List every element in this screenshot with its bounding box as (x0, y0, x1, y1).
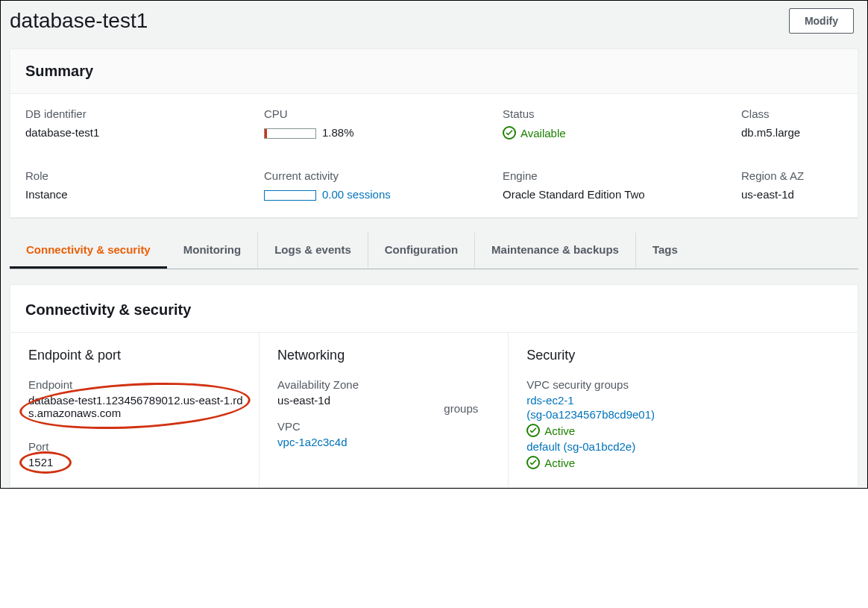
endpoint-value: database-test1.123456789012.us-east-1.rd… (28, 394, 244, 419)
endpoint-port-heading: Endpoint & port (28, 348, 244, 363)
networking-heading: Networking (277, 348, 359, 363)
connsec-heading: Connectivity & security (10, 285, 858, 332)
cpu-value: 1.88% (264, 126, 473, 139)
status-value: Available (503, 126, 566, 140)
class-label: Class (741, 107, 843, 120)
sg-2-status: Active (526, 456, 575, 469)
check-circle-icon (526, 456, 540, 469)
class-value: db.m5.large (741, 126, 843, 139)
tab-logs-events[interactable]: Logs & events (258, 233, 368, 269)
cpu-label: CPU (264, 107, 473, 120)
db-identifier-label: DB identifier (25, 107, 234, 120)
tab-connectivity-security[interactable]: Connectivity & security (10, 233, 167, 269)
sg-link-1-name[interactable]: rds-ec2-1 (526, 394, 843, 407)
port-label: Port (28, 440, 244, 453)
groups-text: groups (444, 402, 493, 415)
summary-panel: Summary DB identifier database-test1 CPU… (10, 48, 858, 218)
check-circle-icon (503, 126, 516, 140)
port-value: 1521 (28, 456, 244, 468)
sg-label: VPC security groups (526, 378, 843, 391)
region-az-value: us-east-1d (741, 188, 843, 201)
region-az-label: Region & AZ (741, 169, 843, 182)
tabs: Connectivity & security Monitoring Logs … (10, 233, 858, 269)
cpu-bar-icon (264, 128, 316, 139)
az-label: Availability Zone (277, 378, 359, 391)
sg-1-status: Active (526, 424, 575, 437)
role-value: Instance (25, 188, 234, 201)
tab-tags[interactable]: Tags (636, 233, 694, 269)
engine-value: Oracle Standard Edition Two (503, 188, 711, 201)
page-title: database-test1 (10, 9, 148, 33)
db-identifier-value: database-test1 (25, 126, 234, 139)
sessions-link[interactable]: 0.00 sessions (322, 188, 391, 201)
activity-bar-icon (264, 190, 316, 201)
connectivity-security-panel: Connectivity & security Endpoint & port … (10, 284, 858, 488)
security-heading: Security (526, 348, 843, 363)
endpoint-label: Endpoint (28, 378, 244, 391)
az-value: us-east-1d (277, 394, 359, 407)
activity-label: Current activity (264, 169, 473, 182)
engine-label: Engine (503, 169, 711, 182)
tab-monitoring[interactable]: Monitoring (167, 233, 258, 269)
sg-link-2-name[interactable]: default (sg-0a1bcd2e) (526, 440, 843, 453)
summary-heading: Summary (25, 63, 843, 80)
status-label: Status (503, 107, 711, 120)
activity-value: 0.00 sessions (264, 188, 473, 201)
tab-configuration[interactable]: Configuration (368, 233, 475, 269)
vpc-label: VPC (277, 420, 359, 433)
role-label: Role (25, 169, 234, 182)
modify-button[interactable]: Modify (789, 8, 854, 34)
vpc-link[interactable]: vpc-1a2c3c4d (277, 436, 347, 448)
tab-maintenance-backups[interactable]: Maintenance & backups (475, 233, 636, 269)
check-circle-icon (526, 424, 540, 437)
sg-link-1-id[interactable]: (sg-0a1234567b8cd9e01) (526, 408, 843, 421)
